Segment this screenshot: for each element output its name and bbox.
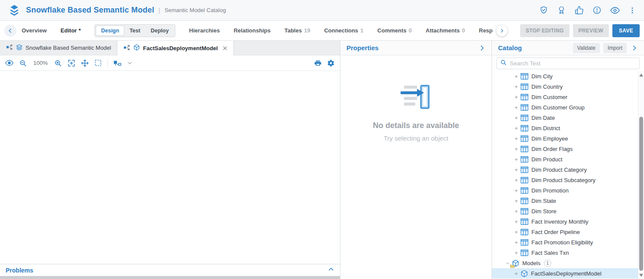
expand-expander-icon[interactable]: + bbox=[513, 208, 520, 215]
expand-expander-icon[interactable]: + bbox=[513, 104, 520, 111]
mode-test-button[interactable]: Test bbox=[125, 26, 145, 35]
tab-tables[interactable]: Tables19 bbox=[285, 27, 311, 34]
chevron-down-icon[interactable] bbox=[127, 60, 133, 66]
tree-group-models[interactable]: −Models1 bbox=[492, 258, 638, 268]
import-button[interactable]: Import bbox=[603, 43, 627, 53]
expand-expander-icon[interactable]: + bbox=[513, 83, 520, 90]
collapse-catalog-chevron-right-icon[interactable] bbox=[631, 45, 638, 51]
preview-eye-icon[interactable] bbox=[5, 59, 13, 67]
expand-expander-icon[interactable]: + bbox=[513, 218, 520, 225]
nav-scroll-right-button[interactable] bbox=[496, 25, 508, 36]
kebab-menu-icon[interactable] bbox=[628, 6, 636, 15]
mode-deploy-button[interactable]: Deploy bbox=[146, 26, 174, 35]
tab-comments[interactable]: Comments0 bbox=[377, 27, 411, 34]
tree-item-label: Dim State bbox=[531, 198, 556, 204]
expand-expander-icon[interactable]: + bbox=[513, 229, 520, 235]
tree-item-label: Fact Order Pipeline bbox=[531, 229, 580, 235]
chevron-up-icon[interactable] bbox=[328, 266, 334, 274]
tree-item-label: Dim Customer bbox=[531, 94, 567, 100]
doc-tab-fact-sales-model[interactable]: FactSalesDeploymentModel bbox=[117, 41, 234, 55]
expand-expander-icon[interactable]: + bbox=[513, 270, 520, 277]
zoom-in-icon[interactable] bbox=[54, 59, 62, 67]
tree-item-table[interactable]: +Fact Promotion Eligibility bbox=[492, 237, 638, 247]
preview-button[interactable]: PREVIEW bbox=[573, 24, 609, 37]
tree-item-model[interactable]: +FactSalesDeploymentModel bbox=[492, 268, 638, 279]
close-icon[interactable] bbox=[223, 46, 227, 51]
expand-expander-icon[interactable]: + bbox=[513, 73, 520, 80]
toolbar-divider bbox=[107, 59, 108, 67]
gear-icon[interactable] bbox=[327, 59, 335, 67]
tree-item-table[interactable]: +Dim District bbox=[492, 123, 638, 133]
tree-item-table[interactable]: +Dim Customer bbox=[492, 92, 638, 102]
scroll-down-arrow[interactable] bbox=[638, 272, 644, 278]
scroll-up-arrow[interactable] bbox=[638, 72, 644, 78]
tree-item-table[interactable]: +Dim Date bbox=[492, 112, 638, 123]
search-input[interactable] bbox=[510, 60, 636, 67]
canvas-toolbar: 100% bbox=[0, 55, 340, 71]
problems-bar[interactable]: Problems bbox=[0, 264, 340, 276]
catalog-scrollbar[interactable] bbox=[638, 71, 644, 279]
unsaved-indicator: * bbox=[78, 27, 81, 34]
tree-item-table[interactable]: +Dim City bbox=[492, 71, 638, 81]
expand-expander-icon[interactable]: + bbox=[513, 187, 520, 194]
shield-check-icon[interactable] bbox=[539, 6, 548, 15]
marquee-select-icon[interactable] bbox=[94, 59, 102, 67]
expand-expander-icon[interactable]: + bbox=[513, 198, 520, 204]
expand-expander-icon[interactable]: + bbox=[513, 239, 520, 246]
tree-item-table[interactable]: +Dim Promotion bbox=[492, 185, 638, 196]
validate-button[interactable]: Validate bbox=[573, 43, 600, 53]
tree-item-table[interactable]: +Fact Inventory Monthly bbox=[492, 216, 638, 227]
collapse-panel-chevron-right-icon[interactable] bbox=[479, 45, 485, 51]
tree-item-table[interactable]: +Dim Employee bbox=[492, 133, 638, 144]
expand-expander-icon[interactable]: + bbox=[513, 94, 520, 100]
tab-editor[interactable]: Editor* bbox=[61, 27, 81, 34]
alert-circle-icon[interactable] bbox=[592, 6, 602, 15]
thumbs-up-icon[interactable] bbox=[575, 6, 584, 15]
scrollbar-thumb[interactable] bbox=[639, 117, 643, 271]
expand-expander-icon[interactable]: + bbox=[513, 156, 520, 163]
zoom-out-icon[interactable] bbox=[19, 59, 27, 67]
tree-item-table[interactable]: +Dim State bbox=[492, 196, 638, 206]
tree-item-table[interactable]: +Fact Sales Txn bbox=[492, 247, 638, 258]
save-button[interactable]: SAVE bbox=[612, 24, 640, 37]
eye-icon[interactable] bbox=[610, 6, 620, 15]
tree-item-table[interactable]: +Dim Product Category bbox=[492, 164, 638, 175]
fit-to-screen-icon[interactable] bbox=[68, 59, 75, 67]
doc-tab-semantic-model[interactable]: Snowflake Based Semantic Model bbox=[0, 41, 117, 55]
tab-responses-truncated[interactable]: Resp bbox=[479, 27, 493, 34]
table-icon bbox=[521, 115, 528, 121]
tree-item-table[interactable]: +Fact Order Pipeline bbox=[492, 227, 638, 237]
tree-item-table[interactable]: +Dim Store bbox=[492, 206, 638, 216]
models-count-badge: 1 bbox=[544, 260, 551, 267]
mode-design-button[interactable]: Design bbox=[96, 26, 124, 35]
tree-item-table[interactable]: +Dim Country bbox=[492, 81, 638, 92]
tab-relationships[interactable]: Relationships bbox=[233, 27, 270, 34]
print-icon[interactable] bbox=[314, 59, 322, 67]
expand-expander-icon[interactable]: + bbox=[513, 125, 520, 131]
diagram-canvas[interactable] bbox=[0, 71, 340, 264]
stop-editing-button[interactable]: STOP EDITING bbox=[520, 24, 570, 37]
expand-expander-icon[interactable]: + bbox=[513, 115, 520, 121]
auto-layout-icon[interactable] bbox=[113, 60, 121, 67]
tab-hierarchies[interactable]: Hierarchies bbox=[189, 27, 220, 34]
horizontal-scrollbar[interactable] bbox=[0, 276, 340, 279]
tree-item-table[interactable]: +Dim Order Flags bbox=[492, 144, 638, 154]
expand-expander-icon[interactable]: + bbox=[513, 250, 520, 256]
page-title: Snowflake Based Semantic Model bbox=[26, 6, 154, 15]
award-icon[interactable] bbox=[557, 6, 566, 15]
topbar: Snowflake Based Semantic Model | Semanti… bbox=[0, 0, 644, 21]
expand-expander-icon[interactable]: + bbox=[513, 146, 520, 152]
tree-item-table[interactable]: +Dim Customer Group bbox=[492, 102, 638, 112]
app-logo-icon bbox=[8, 4, 21, 17]
expand-expander-icon[interactable]: + bbox=[513, 167, 520, 173]
pan-move-icon[interactable] bbox=[81, 59, 89, 67]
editor-panel: Snowflake Based Semantic Model bbox=[0, 41, 340, 279]
expand-expander-icon[interactable]: + bbox=[513, 135, 520, 142]
tree-item-table[interactable]: +Dim Product bbox=[492, 154, 638, 164]
back-button[interactable] bbox=[4, 25, 16, 37]
tab-overview[interactable]: Overview bbox=[22, 27, 47, 34]
tree-item-table[interactable]: +Dim Product Subcategory bbox=[492, 175, 638, 185]
expand-expander-icon[interactable]: + bbox=[513, 177, 520, 183]
tab-attachments[interactable]: Attachments0 bbox=[426, 27, 465, 34]
tab-connections[interactable]: Connections1 bbox=[324, 27, 363, 34]
